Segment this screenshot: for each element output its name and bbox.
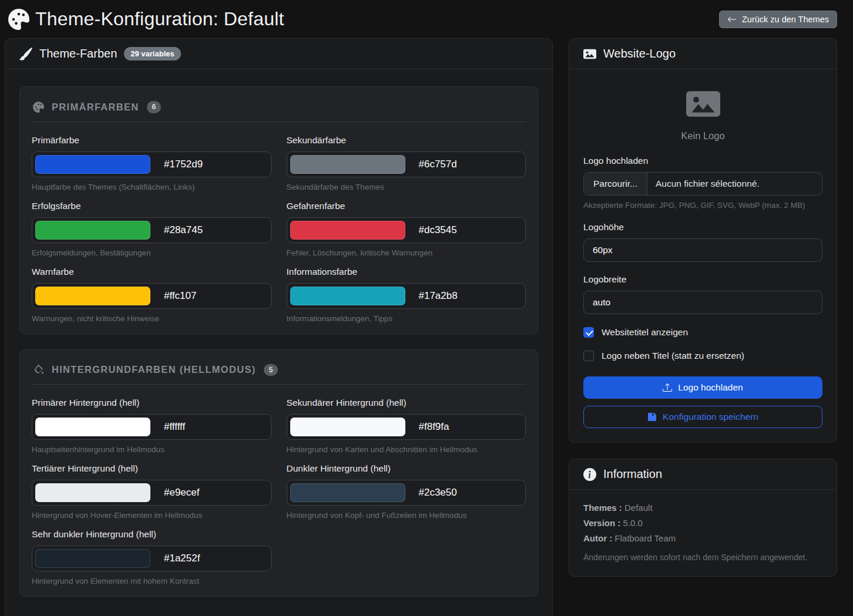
info-label: Themes : (583, 503, 622, 513)
section-title: HINTERGRUNDFARBEN (HELLMODUS) (52, 364, 256, 375)
color-field: Gefahrenfarbe #dc3545 Fehler, Löschungen… (287, 201, 526, 257)
color-hex-input[interactable]: #17a2b8 (408, 284, 526, 308)
info-label: Autor : (583, 533, 612, 543)
color-input-group: #6c757d (287, 152, 526, 177)
color-swatch[interactable] (290, 221, 405, 240)
color-field-label: Erfolgsfarbe (32, 201, 271, 211)
color-field-label: Informationsfarbe (287, 267, 526, 277)
logo-width-input[interactable]: auto (583, 291, 822, 314)
image-icon (583, 48, 596, 60)
color-input-group: #f8f9fa (287, 414, 526, 440)
brush-icon (19, 48, 32, 60)
color-hex-input[interactable]: #dc3545 (408, 218, 526, 243)
color-field-label: Dunkler Hintergrund (hell) (287, 463, 526, 474)
upload-logo-button-label: Logo hochladen (678, 382, 743, 393)
color-field-label: Sehr dunkler Hintergrund (hell) (32, 529, 271, 540)
section-count-badge: 6 (147, 101, 162, 113)
primary-colors-section: PRIMÄRFARBEN 6 Primärfarbe #1752d9 Haupt… (19, 86, 538, 334)
color-field-label: Tertiärer Hintergrund (hell) (32, 463, 271, 474)
color-swatch[interactable] (290, 287, 405, 305)
browse-button[interactable]: Parcourir... (584, 173, 647, 195)
logo-height-input[interactable]: 60px (583, 238, 822, 262)
info-row-theme: Themes : Default (583, 503, 822, 513)
info-value: Default (624, 503, 653, 513)
color-field: Sehr dunkler Hintergrund (hell) #1a252f … (32, 529, 271, 585)
paint-bucket-icon (33, 364, 44, 375)
website-logo-card: Website-Logo Kein Logo Logo hochladen Pa… (569, 38, 837, 443)
color-hex-input[interactable]: #ffffff (153, 415, 271, 439)
color-field-help: Erfolgsmeldungen, Bestätigungen (32, 248, 271, 257)
color-swatch[interactable] (290, 155, 405, 174)
background-colors-section: HINTERGRUNDFARBEN (HELLMODUS) 5 Primärer… (19, 349, 538, 597)
upload-label: Logo hochladen (583, 156, 822, 166)
color-field-help: Fehler, Löschungen, kritische Warnungen (287, 248, 526, 257)
color-input-group: #2c3e50 (287, 480, 526, 506)
color-field: Informationsfarbe #17a2b8 Informationsme… (287, 267, 526, 323)
show-title-checkbox[interactable] (583, 327, 594, 338)
color-hex-input[interactable]: #ffc107 (153, 284, 271, 308)
theme-config-page: Theme-Konfiguration: Default Zurück zu d… (0, 0, 853, 616)
color-input-group: #17a2b8 (287, 283, 526, 309)
color-field-help: Hintergrund von Hover-Elementen im Hellm… (32, 511, 271, 520)
color-field-label: Sekundärfarbe (287, 135, 526, 146)
theme-colors-title: Theme-Farben (39, 47, 117, 60)
color-hex-input[interactable]: #6c757d (408, 152, 526, 177)
color-swatch[interactable] (35, 483, 150, 502)
color-field-help: Hintergrund von Karten und Abschnitten i… (287, 445, 526, 454)
color-input-group: #28a745 (32, 217, 271, 243)
website-logo-title: Website-Logo (603, 47, 676, 60)
color-field-help: Informationsmeldungen, Tipps (287, 314, 526, 323)
info-row-version: Version : 5.0.0 (583, 518, 822, 528)
color-swatch[interactable] (290, 418, 405, 436)
save-icon (647, 412, 657, 422)
color-field: Dunkler Hintergrund (hell) #2c3e50 Hinte… (287, 463, 526, 520)
color-field-help: Hauptseitenhintergrund im Hellmodus (32, 445, 271, 454)
color-swatch[interactable] (290, 483, 405, 502)
color-field-label: Warnfarbe (32, 267, 271, 277)
color-field: Primärfarbe #1752d9 Hauptfarbe des Theme… (32, 135, 271, 191)
section-title: PRIMÄRFARBEN (52, 102, 139, 113)
color-hex-input[interactable]: #28a745 (153, 218, 271, 243)
information-title: Information (603, 467, 662, 481)
color-input-group: #e9ecef (32, 480, 271, 506)
color-swatch[interactable] (35, 418, 150, 436)
logo-width-label: Logobreite (583, 274, 822, 285)
info-note: Änderungen werden sofort nach dem Speich… (583, 553, 822, 562)
color-field-label: Primärfarbe (32, 135, 271, 146)
right-column: Website-Logo Kein Logo Logo hochladen Pa… (569, 38, 837, 577)
info-value: 5.0.0 (623, 518, 643, 528)
color-field-help: Hintergrund von Kopf- und Fußzeilen im H… (287, 511, 526, 520)
logo-file-input[interactable]: Parcourir... Aucun fichier sélectionné. (583, 172, 822, 196)
no-logo-text: Kein Logo (583, 130, 822, 142)
back-button-label: Zurück zu den Themes (742, 15, 829, 24)
color-field: Tertiärer Hintergrund (hell) #e9ecef Hin… (32, 463, 271, 520)
color-hex-input[interactable]: #f8f9fa (408, 415, 526, 439)
color-swatch[interactable] (35, 287, 150, 305)
arrow-left-icon (727, 15, 737, 24)
color-swatch[interactable] (35, 549, 150, 568)
color-field-label: Gefahrenfarbe (287, 201, 526, 211)
logo-preview: Kein Logo (583, 87, 822, 142)
color-hex-input[interactable]: #e9ecef (153, 480, 271, 505)
color-field: Sekundärfarbe #6c757d Sekundärfarbe des … (287, 135, 526, 191)
color-field-label: Sekundärer Hintergrund (hell) (287, 398, 526, 408)
color-field-label: Primärer Hintergrund (hell) (32, 398, 271, 408)
logo-beside-title-checkbox[interactable] (583, 351, 594, 361)
color-field-help: Hauptfarbe des Themes (Schaltflächen, Li… (32, 183, 271, 191)
show-title-row: Websitetitel anzeigen (583, 327, 822, 338)
color-field: Sekundärer Hintergrund (hell) #f8f9fa Hi… (287, 398, 526, 454)
color-swatch[interactable] (35, 155, 150, 174)
color-field: Warnfarbe #ffc107 Warnungen, nicht kriti… (32, 267, 271, 323)
info-value: Flatboard Team (614, 533, 676, 543)
information-card: Information Themes : Default Version : 5… (569, 459, 837, 577)
info-row-author: Autor : Flatboard Team (583, 533, 822, 543)
save-configuration-button[interactable]: Konfiguration speichern (583, 406, 822, 428)
back-to-themes-button[interactable]: Zurück zu den Themes (719, 11, 837, 28)
color-swatch[interactable] (35, 221, 150, 240)
upload-logo-button[interactable]: Logo hochladen (583, 376, 822, 399)
save-configuration-button-label: Konfiguration speichern (663, 412, 758, 422)
color-hex-input[interactable]: #1752d9 (153, 152, 271, 177)
color-hex-input[interactable]: #1a252f (153, 546, 271, 571)
color-hex-input[interactable]: #2c3e50 (408, 480, 526, 505)
variables-count-badge: 29 variables (124, 47, 180, 60)
